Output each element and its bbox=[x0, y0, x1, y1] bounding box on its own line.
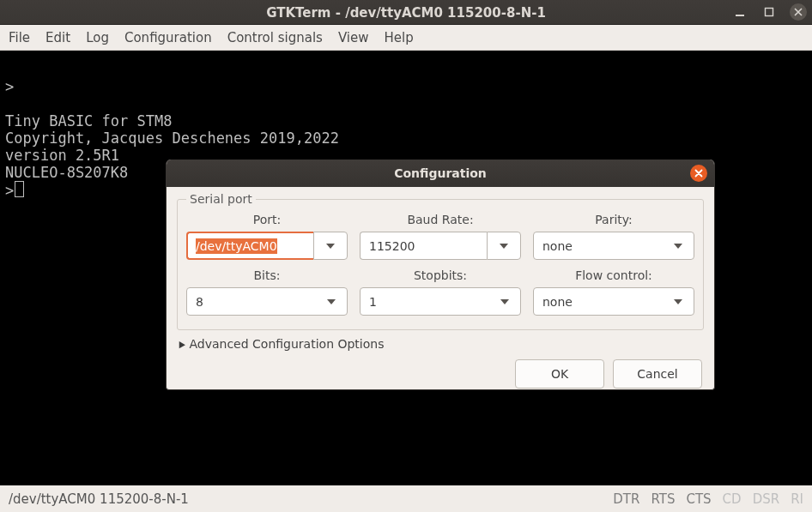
port-dropdown-button[interactable] bbox=[313, 232, 348, 260]
advanced-options-expander[interactable]: ▶ Advanced Configuration Options bbox=[177, 337, 704, 351]
bits-label: Bits: bbox=[186, 268, 348, 282]
chevron-down-icon bbox=[326, 244, 335, 249]
signal-dtr[interactable]: DTR bbox=[613, 491, 639, 507]
terminal-line: > bbox=[5, 182, 14, 199]
serial-port-legend: Serial port bbox=[186, 192, 256, 206]
terminal-line: > bbox=[5, 78, 14, 95]
statusbar-port-info: /dev/ttyACM0 115200-8-N-1 bbox=[9, 491, 189, 507]
window-controls bbox=[731, 3, 807, 21]
baud-input[interactable]: 115200 bbox=[360, 232, 487, 260]
terminal-line: Copyright, Jacques Deschenes 2019,2022 bbox=[5, 130, 339, 147]
flow-select[interactable]: none bbox=[533, 287, 694, 316]
stopbits-dropdown-button[interactable] bbox=[488, 287, 521, 316]
dialog-close-button[interactable] bbox=[690, 165, 707, 182]
window-title: GTKTerm - /dev/ttyACM0 115200-8-N-1 bbox=[0, 5, 812, 21]
configuration-dialog: Configuration Serial port Port: /dev/tty… bbox=[166, 160, 715, 390]
dialog-title: Configuration bbox=[394, 166, 487, 180]
minimize-button[interactable] bbox=[731, 3, 748, 21]
close-button[interactable] bbox=[790, 3, 807, 21]
terminal-line: version 2.5R1 bbox=[5, 147, 119, 164]
menu-configuration[interactable]: Configuration bbox=[124, 30, 212, 45]
chevron-down-icon bbox=[327, 299, 336, 304]
dialog-titlebar: Configuration bbox=[167, 160, 714, 187]
port-combobox[interactable]: /dev/ttyACM0 bbox=[186, 232, 348, 260]
svg-rect-0 bbox=[736, 15, 744, 16]
chevron-down-icon bbox=[674, 299, 682, 304]
cancel-button[interactable]: Cancel bbox=[613, 359, 702, 389]
baud-label: Baud Rate: bbox=[360, 213, 521, 226]
flow-dropdown-button[interactable] bbox=[662, 287, 694, 316]
ok-button[interactable]: OK bbox=[515, 359, 604, 389]
baud-dropdown-button[interactable] bbox=[487, 232, 521, 260]
menu-view[interactable]: View bbox=[338, 30, 369, 45]
parity-dropdown-button[interactable] bbox=[662, 232, 694, 260]
expander-triangle-icon: ▶ bbox=[179, 338, 185, 349]
signal-cts: CTS bbox=[686, 491, 711, 507]
window-titlebar: GTKTerm - /dev/ttyACM0 115200-8-N-1 bbox=[0, 0, 812, 25]
port-input[interactable]: /dev/ttyACM0 bbox=[186, 232, 313, 260]
terminal-line: Tiny BASIC for STM8 bbox=[5, 112, 172, 130]
parity-label: Parity: bbox=[533, 213, 694, 226]
signal-cd: CD bbox=[723, 491, 742, 507]
close-icon bbox=[694, 169, 703, 178]
terminal-cursor bbox=[15, 181, 24, 197]
svg-rect-1 bbox=[766, 9, 773, 16]
menu-help[interactable]: Help bbox=[385, 30, 414, 45]
parity-select[interactable]: none bbox=[533, 232, 694, 260]
chevron-down-icon bbox=[500, 299, 509, 304]
statusbar-signals: DTR RTS CTS CD DSR RI bbox=[613, 491, 803, 507]
signal-ri: RI bbox=[791, 491, 803, 507]
flow-label: Flow control: bbox=[533, 268, 694, 282]
menubar: File Edit Log Configuration Control sign… bbox=[0, 25, 812, 51]
statusbar: /dev/ttyACM0 115200-8-N-1 DTR RTS CTS CD… bbox=[0, 485, 812, 512]
chevron-down-icon bbox=[674, 244, 682, 249]
menu-edit[interactable]: Edit bbox=[45, 30, 70, 45]
stopbits-select[interactable]: 1 bbox=[360, 287, 521, 316]
menu-file[interactable]: File bbox=[9, 30, 30, 45]
serial-port-group: Serial port Port: /dev/ttyACM0 Baud Rate… bbox=[177, 192, 704, 330]
menu-control-signals[interactable]: Control signals bbox=[227, 30, 323, 45]
stopbits-label: Stopbits: bbox=[360, 268, 521, 282]
port-label: Port: bbox=[186, 213, 348, 226]
bits-dropdown-button[interactable] bbox=[315, 287, 348, 316]
chevron-down-icon bbox=[500, 244, 508, 249]
maximize-button[interactable] bbox=[760, 3, 778, 21]
menu-log[interactable]: Log bbox=[86, 30, 109, 45]
baud-combobox[interactable]: 115200 bbox=[360, 232, 521, 260]
bits-select[interactable]: 8 bbox=[186, 287, 348, 316]
signal-dsr: DSR bbox=[753, 491, 780, 507]
terminal-line: NUCLEO-8S207K8 bbox=[5, 164, 128, 181]
advanced-options-label: Advanced Configuration Options bbox=[189, 337, 384, 351]
signal-rts[interactable]: RTS bbox=[651, 491, 675, 507]
